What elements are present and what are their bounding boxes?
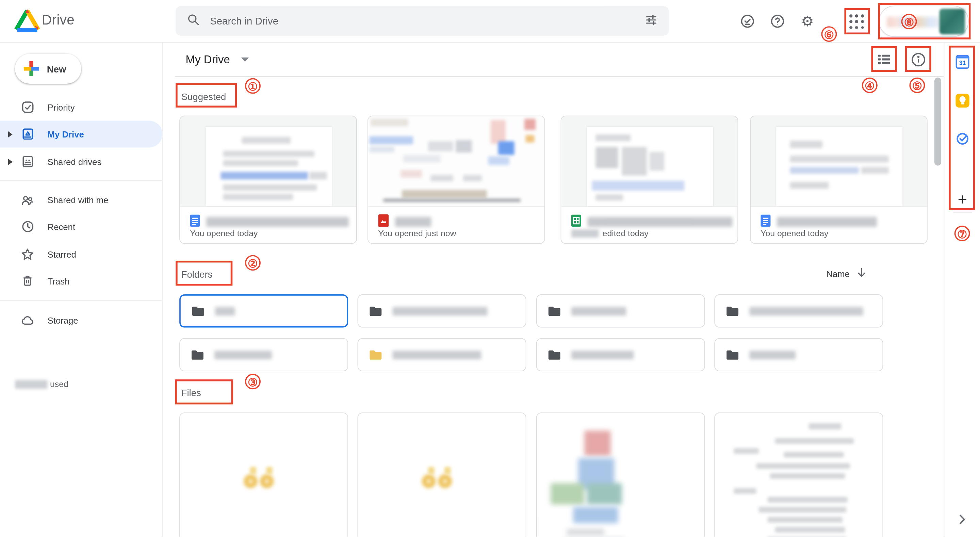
sidebar-item-recent[interactable]: Recent [0, 213, 163, 240]
star-icon [21, 247, 34, 261]
sidebar-item-shared-with-me[interactable]: Shared with me [0, 186, 163, 213]
annotation-number-5: ⑤ [909, 78, 925, 93]
my-drive-icon [21, 127, 34, 141]
list-view-toggle-icon[interactable] [872, 48, 895, 70]
avatar[interactable] [940, 9, 965, 34]
google-tasks-icon[interactable] [956, 132, 969, 146]
google-docs-icon [760, 214, 770, 229]
sidebar-item-priority[interactable]: Priority [0, 94, 163, 121]
sidebar-item-trash[interactable]: Trash [0, 268, 163, 294]
folder-name-blurred [392, 307, 487, 316]
file-title-blurred [777, 217, 877, 227]
suggested-card[interactable]: edited today [561, 116, 738, 244]
file-caption: You opened just now [378, 229, 456, 238]
top-bar: Drive [0, 0, 980, 43]
section-title-suggested: Suggested [181, 91, 226, 102]
folder-card[interactable] [714, 294, 883, 327]
file-title-blurred [206, 217, 349, 227]
app-title[interactable]: Drive [42, 12, 75, 28]
search-input[interactable] [208, 14, 645, 27]
account-email-blurred [887, 17, 940, 27]
sidebar-item-label: Priority [48, 102, 75, 112]
folder-card[interactable] [358, 294, 527, 327]
offline-status-icon[interactable] [740, 14, 755, 29]
sidebar-item-label: Trash [48, 276, 70, 286]
header-divider [175, 76, 943, 77]
file-title-blurred [395, 217, 431, 227]
folder-icon [547, 305, 561, 317]
new-button[interactable]: New [15, 54, 81, 84]
search-bar[interactable] [176, 6, 669, 35]
file-card[interactable] [358, 413, 527, 537]
scrollbar-thumb[interactable] [934, 78, 941, 166]
page-title[interactable]: My Drive [186, 53, 230, 66]
side-panel-divider [953, 212, 972, 213]
folder-icon [547, 349, 561, 360]
folder-card[interactable] [179, 338, 348, 371]
trash-icon [21, 274, 34, 288]
file-title-blurred [588, 217, 733, 227]
sidebar-item-my-drive[interactable]: My Drive [0, 121, 163, 147]
file-card[interactable] [536, 413, 705, 537]
details-info-icon[interactable] [907, 48, 929, 70]
sidebar-item-label: Shared drives [48, 156, 102, 166]
file-card[interactable] [714, 413, 883, 537]
folder-card-selected[interactable] [179, 294, 348, 327]
google-calendar-icon[interactable]: 31 [956, 55, 969, 69]
file-preview [180, 116, 356, 207]
folder-card[interactable] [714, 338, 883, 371]
file-caption: You opened today [190, 229, 258, 238]
drive-logo-icon[interactable] [14, 8, 40, 36]
folder-card[interactable] [536, 338, 705, 371]
suggested-card[interactable]: You opened today [750, 116, 928, 244]
file-caption: You opened today [760, 229, 828, 238]
sort-label: Name [826, 269, 850, 278]
storage-amount-blurred [15, 380, 48, 389]
side-panel: 31 + [943, 43, 980, 537]
expand-arrow-icon[interactable] [8, 131, 13, 137]
annotation-number-4: ④ [862, 78, 878, 93]
suggested-card[interactable]: You opened today [179, 116, 357, 244]
google-sheets-icon [571, 214, 581, 229]
folder-card[interactable] [536, 294, 705, 327]
folder-name-blurred [215, 307, 235, 316]
title-dropdown-icon[interactable] [241, 57, 249, 62]
sidebar-item-label: Recent [48, 221, 75, 231]
chevron-right-icon[interactable] [956, 513, 969, 526]
sidebar-item-shared-drives[interactable]: Shared drives [0, 148, 163, 175]
settings-gear-icon[interactable]: ⚙ [800, 14, 815, 29]
file-preview [561, 116, 737, 207]
sidebar-item-label: Storage [48, 316, 78, 325]
folder-card[interactable] [358, 338, 527, 371]
priority-icon [21, 100, 34, 114]
help-icon[interactable] [770, 14, 785, 29]
file-caption: edited today [571, 229, 649, 238]
google-apps-icon[interactable] [849, 14, 865, 30]
get-addons-plus-icon[interactable]: + [956, 193, 969, 206]
sidebar-item-storage[interactable]: Storage [0, 307, 163, 334]
plus-multicolor-icon [24, 61, 39, 76]
suggested-card[interactable]: You opened just now [368, 116, 545, 244]
sort-control[interactable]: Name [826, 268, 866, 279]
folder-icon [725, 305, 739, 317]
svg-text:31: 31 [959, 59, 966, 66]
section-title-folders: Folders [181, 269, 213, 279]
folder-icon [191, 349, 204, 360]
annotation-number-3: ③ [245, 374, 261, 389]
sidebar-item-label: Starred [48, 249, 76, 259]
google-keep-icon[interactable] [956, 94, 969, 108]
search-options-icon[interactable] [645, 13, 658, 28]
section-title-files: Files [181, 387, 201, 398]
account-chip[interactable] [878, 6, 969, 37]
sidebar: New Priority My Drive [0, 43, 163, 537]
folder-icon-yellow [369, 349, 382, 360]
image-file-icon [378, 214, 388, 229]
file-card[interactable] [179, 413, 348, 537]
storage-used-label: used [50, 379, 68, 389]
sidebar-item-starred[interactable]: Starred [0, 241, 163, 268]
folder-name-blurred [749, 350, 795, 359]
annotation-number-2: ② [245, 255, 261, 271]
expand-arrow-icon[interactable] [8, 159, 13, 165]
search-icon[interactable] [187, 13, 200, 29]
folder-name-blurred [571, 307, 627, 316]
